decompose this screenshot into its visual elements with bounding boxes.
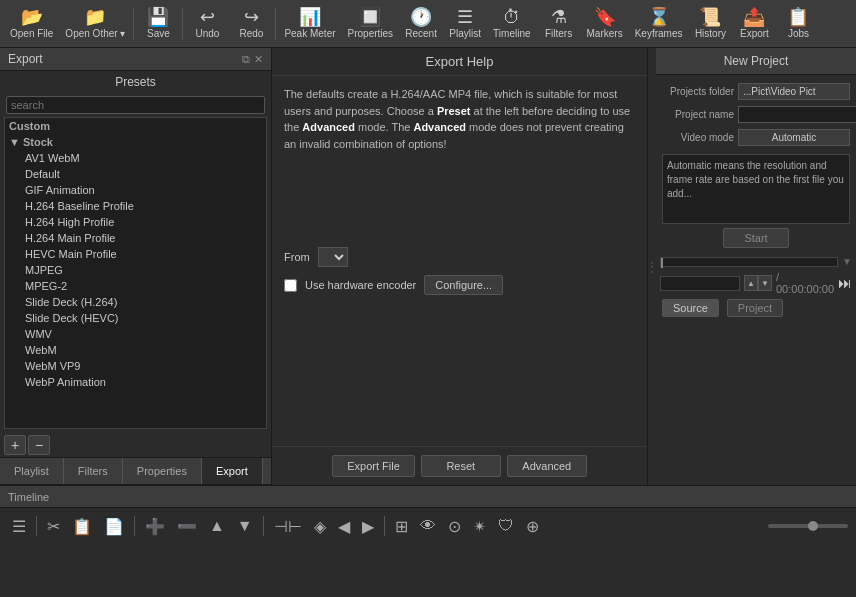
start-button[interactable]: Start	[723, 228, 788, 248]
timeline-area: Timeline ☰ ✂ 📋 📄 ➕ ➖ ▲ ▼ ⊣⊢ ◈ ◀ ▶ ⊞ 👁 ⊙ …	[0, 485, 856, 565]
bottom-tab-playlist[interactable]: Playlist	[0, 458, 64, 484]
advanced-button[interactable]: Advanced	[507, 455, 587, 477]
tl-snap-button[interactable]: ⊞	[391, 515, 412, 538]
tl-prev-button[interactable]: ◀	[334, 515, 354, 538]
tl-add-button[interactable]: ➕	[141, 515, 169, 538]
jobs-icon: 📋	[787, 8, 809, 26]
jobs-button[interactable]: 📋 Jobs	[776, 2, 820, 46]
preset-item-16[interactable]: WebP Animation	[5, 374, 266, 390]
panel-divider[interactable]: ⋮	[648, 48, 656, 485]
video-mode-row: Video mode Automatic	[662, 129, 850, 146]
export-file-button[interactable]: Export File	[332, 455, 415, 477]
project-name-row: Project name	[662, 106, 850, 123]
playlist-icon: ☰	[457, 8, 473, 26]
export-header: Export ⧉ ✕	[0, 48, 271, 71]
markers-button[interactable]: 🔖 Markers	[581, 2, 629, 46]
undo-icon: ↩	[200, 8, 215, 26]
tl-loop-button[interactable]: ⊙	[444, 515, 465, 538]
tl-post-button[interactable]: ✴	[469, 515, 490, 538]
open-other-button[interactable]: 📁 Open Other ▾	[59, 2, 131, 46]
tl-copy-button[interactable]: 📋	[68, 515, 96, 538]
tl-cut-button[interactable]: ✂	[43, 515, 64, 538]
project-tab[interactable]: Project	[727, 299, 783, 317]
export-help-header: Export Help	[272, 48, 647, 76]
undo-button[interactable]: ↩ Undo	[185, 2, 229, 46]
preset-item-7[interactable]: H.264 Main Profile	[5, 230, 266, 246]
playlist-button[interactable]: ☰ Playlist	[443, 2, 487, 46]
tl-zoom-icon[interactable]: ⊕	[522, 515, 543, 538]
markers-icon: 🔖	[594, 8, 616, 26]
remove-preset-button[interactable]: −	[28, 435, 50, 455]
export-header-icons: ⧉ ✕	[242, 53, 263, 66]
popout-icon[interactable]: ⧉	[242, 53, 250, 66]
preset-item-6[interactable]: H.264 High Profile	[5, 214, 266, 230]
add-preset-button[interactable]: +	[4, 435, 26, 455]
tl-menu-button[interactable]: ☰	[8, 515, 30, 538]
tl-ripple-button[interactable]: ◈	[310, 515, 330, 538]
redo-button[interactable]: ↪ Redo	[229, 2, 273, 46]
main-area: Export ⧉ ✕ Presets Custom▼ StockAV1 WebM…	[0, 48, 856, 485]
bottom-tab-export[interactable]: Export	[202, 458, 263, 484]
open-file-icon: 📂	[21, 8, 43, 26]
properties-button[interactable]: 🔲 Properties	[342, 2, 400, 46]
preset-item-10[interactable]: MPEG-2	[5, 278, 266, 294]
tl-paste-button[interactable]: 📄	[100, 515, 128, 538]
close-icon[interactable]: ✕	[254, 53, 263, 66]
preset-item-0[interactable]: Custom	[5, 118, 266, 134]
tl-remove-button[interactable]: ➖	[173, 515, 201, 538]
tl-overwrite-button[interactable]: ▼	[233, 515, 257, 537]
tl-next-button[interactable]: ▶	[358, 515, 378, 538]
tl-split-button[interactable]: ⊣⊢	[270, 515, 306, 538]
preset-item-9[interactable]: MJPEG	[5, 262, 266, 278]
video-mode-label: Video mode	[662, 132, 734, 143]
recent-button[interactable]: 🕐 Recent	[399, 2, 443, 46]
preset-item-1[interactable]: ▼ Stock	[5, 134, 266, 150]
preset-item-12[interactable]: Slide Deck (HEVC)	[5, 310, 266, 326]
right-panel-bottom: ▼ 00:00:00:00 ▲ ▼ / 00:00:00:00 ⏭ Source…	[656, 252, 856, 317]
bottom-tab-filters[interactable]: Filters	[64, 458, 123, 484]
preset-item-4[interactable]: GIF Animation	[5, 182, 266, 198]
time-up-button[interactable]: ▲	[744, 275, 758, 291]
preset-item-11[interactable]: Slide Deck (H.264)	[5, 294, 266, 310]
filters-button[interactable]: ⚗ Filters	[537, 2, 581, 46]
source-tab[interactable]: Source	[662, 299, 719, 317]
from-select[interactable]	[318, 247, 348, 267]
save-button[interactable]: 💾 Save	[136, 2, 180, 46]
peak-meter-button[interactable]: 📊 Peak Meter	[278, 2, 341, 46]
preset-item-15[interactable]: WebM VP9	[5, 358, 266, 374]
recent-icon: 🕐	[410, 8, 432, 26]
open-file-button[interactable]: 📂 Open File	[4, 2, 59, 46]
time-down-button[interactable]: ▼	[758, 275, 772, 291]
keyframes-icon: ⌛	[648, 8, 670, 26]
current-time-display[interactable]: 00:00:00:00	[660, 276, 740, 291]
reset-button[interactable]: Reset	[421, 455, 501, 477]
auto-description: Automatic means the resolution and frame…	[662, 154, 850, 224]
preset-item-2[interactable]: AV1 WebM	[5, 150, 266, 166]
hw-encoder-checkbox[interactable]	[284, 279, 297, 292]
history-button[interactable]: 📜 History	[688, 2, 732, 46]
timeline-button[interactable]: ⏱ Timeline	[487, 2, 536, 46]
preset-item-5[interactable]: H.264 Baseline Profile	[5, 198, 266, 214]
tl-lift-button[interactable]: ▲	[205, 515, 229, 537]
tl-ripple2-button[interactable]: 👁	[416, 515, 440, 537]
zoom-slider[interactable]	[768, 524, 848, 528]
tl-sep-2	[134, 516, 135, 536]
configure-button[interactable]: Configure...	[424, 275, 503, 295]
export-button[interactable]: 📤 Export	[732, 2, 776, 46]
search-input[interactable]	[6, 96, 265, 114]
preset-item-3[interactable]: Default	[5, 166, 266, 182]
tl-lock-button[interactable]: 🛡	[494, 515, 518, 537]
keyframes-button[interactable]: ⌛ Keyframes	[629, 2, 689, 46]
goto-end-button[interactable]: ⏭	[838, 275, 852, 291]
project-name-input[interactable]	[738, 106, 856, 123]
video-mode-button[interactable]: Automatic	[738, 129, 850, 146]
filters-icon: ⚗	[551, 8, 567, 26]
preset-item-8[interactable]: HEVC Main Profile	[5, 246, 266, 262]
toolbar-sep-3	[275, 8, 276, 40]
preset-item-13[interactable]: WMV	[5, 326, 266, 342]
preset-item-14[interactable]: WebM	[5, 342, 266, 358]
projects-folder-value[interactable]: ...Pict\Video Pict	[738, 83, 850, 100]
zoom-handle[interactable]	[808, 521, 818, 531]
presets-list[interactable]: Custom▼ StockAV1 WebMDefaultGIF Animatio…	[4, 117, 267, 429]
bottom-tab-properties[interactable]: Properties	[123, 458, 202, 484]
